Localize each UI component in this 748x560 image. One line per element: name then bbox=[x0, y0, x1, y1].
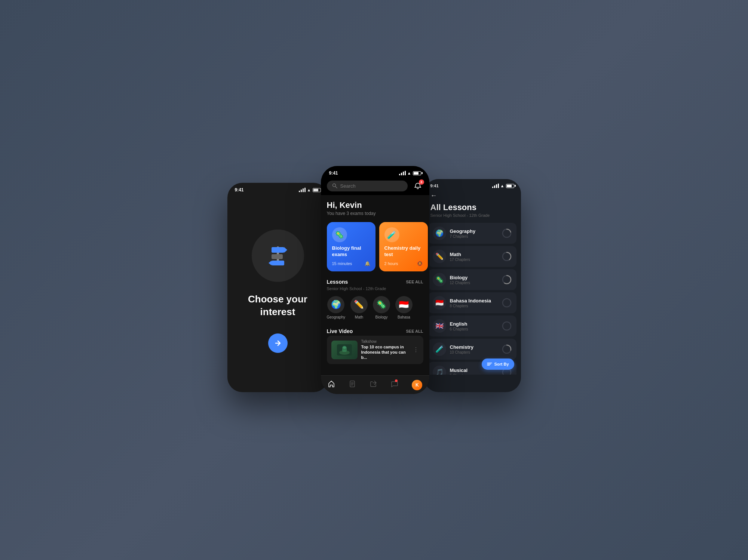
chemistry-exam-card[interactable]: 🧪 Chemistry daily test 2 hours 🔕 bbox=[379, 222, 428, 271]
greeting-sub: You have 3 exams today bbox=[327, 211, 423, 216]
geography-name: Geography bbox=[450, 228, 498, 234]
svg-marker-5 bbox=[269, 261, 272, 265]
chemistry-card-icon: 🧪 bbox=[384, 227, 399, 242]
biology-card-meta: 15 minutes 🔔 bbox=[332, 261, 370, 266]
lesson-biology[interactable]: 🦠 Biology bbox=[373, 296, 390, 319]
search-icon bbox=[332, 183, 337, 188]
svg-point-23 bbox=[503, 322, 511, 330]
live-video-section-header: Live Video SEE ALL bbox=[321, 324, 429, 336]
math-subject-icon: ✏️ bbox=[433, 250, 446, 263]
svg-rect-1 bbox=[272, 247, 284, 253]
arrow-right-icon bbox=[274, 339, 282, 347]
math-info: Math 17 Chapters bbox=[450, 252, 498, 262]
biology-card-title: Biology final exams bbox=[332, 245, 370, 258]
live-video-card[interactable]: Talkshow Top 10 eco campus in Indonesia … bbox=[327, 336, 423, 364]
svg-marker-2 bbox=[284, 247, 287, 253]
nav-chat[interactable] bbox=[391, 380, 398, 390]
middle-status-icons: ▲ bbox=[399, 171, 421, 175]
video-tag: Talkshow bbox=[361, 339, 409, 344]
chemistry-card-title: Chemistry daily test bbox=[384, 245, 423, 258]
bahasa-name: Bahasa Indonesia bbox=[450, 298, 498, 304]
page-title: All Lessons bbox=[430, 203, 514, 212]
lesson-bahasa[interactable]: 🇮🇩 Bahasa bbox=[395, 296, 413, 319]
battery-icon-right bbox=[506, 184, 514, 188]
lessons-list: 🌍 Geography 7 Chapters ✏️ Math 17 Chapte… bbox=[424, 221, 521, 375]
middle-status-bar: 9:41 ▲ bbox=[321, 166, 429, 177]
right-status-bar: 9:41 ▲ bbox=[424, 179, 521, 190]
musical-chapters: 5 Chapters bbox=[450, 373, 498, 375]
biology-exam-card[interactable]: 🦠 Biology final exams 15 minutes 🔔 bbox=[327, 222, 375, 271]
subject-biology[interactable]: 🦠 Biology 12 Chapters bbox=[428, 269, 516, 290]
video-more-button[interactable]: ⋮ bbox=[413, 346, 419, 353]
subject-geography[interactable]: 🌍 Geography 7 Chapters bbox=[428, 223, 516, 244]
svg-point-22 bbox=[503, 299, 511, 307]
sort-label: Sort By bbox=[494, 362, 509, 366]
geography-subject-icon: 🌍 bbox=[433, 227, 446, 240]
lesson-geography[interactable]: 🌍 Geography bbox=[327, 296, 345, 319]
english-name: English bbox=[450, 321, 498, 327]
live-video-title: Live Video bbox=[327, 328, 353, 334]
page-sub: Senior High School - 12th Grade bbox=[430, 213, 514, 218]
subject-chemistry[interactable]: 🧪 Chemistry 10 Chapters bbox=[428, 339, 516, 360]
biology-chapters: 12 Chapters bbox=[450, 281, 498, 285]
chemistry-subject-icon: 🧪 bbox=[433, 342, 446, 356]
search-input[interactable]: Search bbox=[327, 181, 408, 191]
mute-icon: 🔔 bbox=[365, 261, 370, 266]
thumbnail-graphic bbox=[337, 344, 352, 356]
bahasa-subject-icon: 🇮🇩 bbox=[433, 296, 446, 310]
left-title: Choose your interest bbox=[235, 293, 321, 319]
nav-profile[interactable]: K bbox=[412, 380, 422, 390]
notification-bell[interactable]: 3 bbox=[412, 180, 423, 191]
bahasa-label: Bahasa bbox=[398, 315, 410, 319]
english-progress bbox=[502, 321, 512, 331]
phones-container: 9:41 ▲ bbox=[227, 166, 521, 394]
chemistry-info: Chemistry 10 Chapters bbox=[450, 344, 498, 354]
math-chapters: 17 Chapters bbox=[450, 258, 498, 262]
nav-share[interactable] bbox=[370, 380, 377, 390]
signal-icon-right bbox=[492, 184, 499, 188]
lessons-sub: Senior High School - 12th Grade bbox=[321, 286, 429, 294]
lessons-see-all[interactable]: SEE ALL bbox=[406, 280, 423, 284]
geography-icon: 🌍 bbox=[327, 296, 344, 313]
svg-rect-4 bbox=[272, 261, 284, 265]
wifi-icon-right: ▲ bbox=[500, 184, 505, 188]
share-svg bbox=[370, 380, 377, 388]
home-icon bbox=[328, 380, 335, 390]
sort-icon bbox=[487, 361, 492, 367]
left-content: Choose your interest bbox=[227, 194, 328, 388]
mute-icon-2: 🔕 bbox=[417, 261, 423, 266]
musical-subject-icon: 🎵 bbox=[433, 366, 446, 375]
lesson-math[interactable]: ✏️ Math bbox=[350, 296, 368, 319]
english-chapters: 6 Chapters bbox=[450, 327, 498, 331]
profile-avatar: K bbox=[412, 380, 422, 390]
subject-english[interactable]: 🇬🇧 English 6 Chapters bbox=[428, 316, 516, 336]
biology-name: Biology bbox=[450, 275, 498, 280]
search-bar: Search 3 bbox=[321, 177, 429, 195]
phone-left: 9:41 ▲ bbox=[227, 183, 328, 392]
task-icon bbox=[349, 380, 356, 390]
chemistry-card-time: 2 hours bbox=[384, 261, 398, 266]
chemistry-name: Chemistry bbox=[450, 344, 498, 350]
video-title: Top 10 eco campus in Indonesia that you … bbox=[361, 344, 409, 360]
english-info: English 6 Chapters bbox=[450, 321, 498, 331]
english-subject-icon: 🇬🇧 bbox=[433, 319, 446, 333]
battery-icon bbox=[413, 171, 421, 175]
nav-home[interactable] bbox=[328, 380, 335, 390]
next-button[interactable] bbox=[268, 333, 288, 353]
subject-bahasa[interactable]: 🇮🇩 Bahasa Indonesia 8 Chapters bbox=[428, 292, 516, 313]
video-thumbnail bbox=[331, 341, 358, 359]
chemistry-progress bbox=[502, 344, 512, 354]
sort-by-button[interactable]: Sort By bbox=[482, 359, 514, 370]
bahasa-info: Bahasa Indonesia 8 Chapters bbox=[450, 298, 498, 308]
nav-tasks[interactable] bbox=[349, 380, 356, 390]
right-status-icons: ▲ bbox=[492, 184, 514, 188]
live-video-see-all[interactable]: SEE ALL bbox=[406, 329, 423, 333]
back-button[interactable]: ← bbox=[430, 192, 514, 200]
greeting-name: Hi, Kevin bbox=[327, 200, 423, 210]
left-time: 9:41 bbox=[235, 187, 244, 193]
phone-middle: 9:41 ▲ Search bbox=[321, 166, 429, 394]
battery-icon bbox=[313, 188, 321, 192]
svg-line-7 bbox=[335, 187, 337, 188]
subject-math[interactable]: ✏️ Math 17 Chapters bbox=[428, 246, 516, 267]
right-time: 9:41 bbox=[430, 184, 439, 188]
